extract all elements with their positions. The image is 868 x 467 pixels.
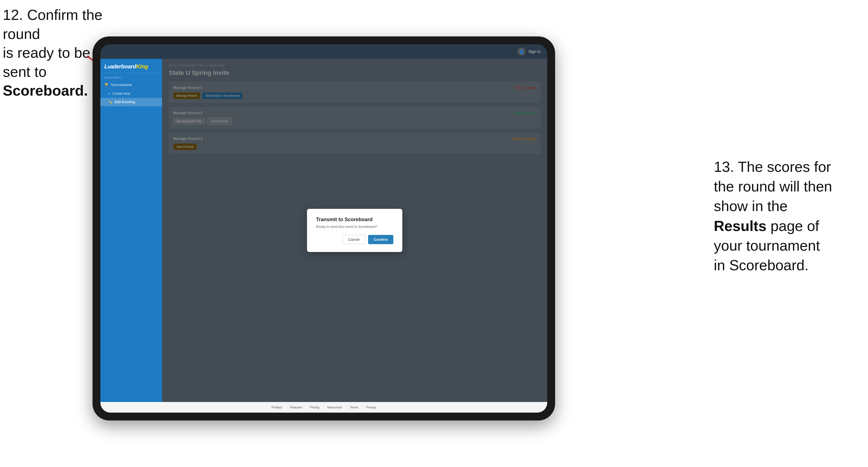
footer-link-privacy[interactable]: Privacy xyxy=(366,406,376,409)
annotation-line1: 12. Confirm the round xyxy=(3,7,103,42)
cancel-button[interactable]: Cancel xyxy=(342,235,365,244)
annotation-right-rest: page of xyxy=(767,218,819,234)
page-content: Home / Tournaments / State U Spring Invi… xyxy=(162,59,547,402)
annotation-right-line1: 13. The scores for xyxy=(714,159,831,175)
create-new-label: Create New xyxy=(113,92,130,96)
annotation-right-line3: show in the xyxy=(714,198,787,214)
main-content: LeaderboardKing MAIN MENU 🏆 Tournaments … xyxy=(100,59,547,402)
signin-label[interactable]: Sign In xyxy=(528,49,540,54)
sidebar-item-edit-existing[interactable]: ✏️ Edit Existing xyxy=(100,98,162,106)
annotation-line2: is ready to be sent to xyxy=(3,44,90,80)
modal-buttons: Cancel Confirm xyxy=(316,235,393,244)
tablet-screen: 👤 Sign In LeaderboardKing MAIN MENU 🏆 To… xyxy=(100,44,547,413)
sidebar-item-create-new[interactable]: + Create New xyxy=(100,89,162,98)
modal-subtitle: Ready to send this round to Scoreboard? xyxy=(316,225,393,229)
main-menu-label: MAIN MENU xyxy=(100,73,162,80)
footer-link-pricing[interactable]: Pricing xyxy=(310,406,320,409)
footer-link-resources[interactable]: Resources xyxy=(327,406,342,409)
footer-link-terms[interactable]: Terms xyxy=(350,406,358,409)
user-avatar-icon: 👤 xyxy=(518,48,525,56)
footer-link-features[interactable]: Features xyxy=(290,406,302,409)
edit-icon: ✏️ xyxy=(108,100,113,104)
logo-area: LeaderboardKing xyxy=(100,59,162,73)
footer-link-product[interactable]: Product xyxy=(271,406,282,409)
logo-part1: Leaderboard xyxy=(104,63,136,69)
annotation-line3: Scoreboard. xyxy=(3,83,88,99)
edit-existing-label: Edit Existing xyxy=(115,100,135,104)
tournaments-label: Tournaments xyxy=(111,83,132,87)
plus-icon: + xyxy=(108,92,110,96)
transmit-modal: Transmit to Scoreboard Ready to send thi… xyxy=(307,209,402,252)
sidebar: LeaderboardKing MAIN MENU 🏆 Tournaments … xyxy=(100,59,162,402)
annotation-right-line6: in Scoreboard. xyxy=(714,257,809,273)
annotation-right-line2: the round will then xyxy=(714,178,832,194)
trophy-icon: 🏆 xyxy=(104,83,108,87)
annotation-right: 13. The scores for the round will then s… xyxy=(714,157,860,275)
annotation-right-line5: your tournament xyxy=(714,238,820,254)
top-bar-right: 👤 Sign In xyxy=(518,48,540,56)
modal-overlay: Transmit to Scoreboard Ready to send thi… xyxy=(162,59,547,402)
modal-title: Transmit to Scoreboard xyxy=(316,217,393,223)
annotation-right-bold: Results xyxy=(714,218,767,234)
top-bar: 👤 Sign In xyxy=(100,44,547,59)
confirm-button[interactable]: Confirm xyxy=(368,235,393,244)
sidebar-item-tournaments[interactable]: 🏆 Tournaments xyxy=(100,80,162,89)
footer: Product Features Pricing Resources Terms… xyxy=(100,402,547,413)
logo: LeaderboardKing xyxy=(104,63,158,70)
logo-part2: King xyxy=(136,63,148,69)
tablet-device: 👤 Sign In LeaderboardKing MAIN MENU 🏆 To… xyxy=(93,36,555,421)
